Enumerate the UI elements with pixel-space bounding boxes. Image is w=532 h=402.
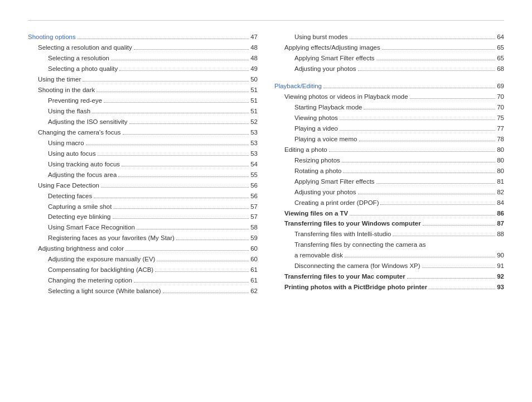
toc-dots [359, 141, 496, 141]
toc-entry-text: Playback/Editing [274, 81, 322, 92]
toc-page-num: 80 [497, 145, 504, 155]
toc-entry: Selecting a resolution and quality48 [28, 42, 258, 53]
toc-dots [92, 113, 249, 113]
toc-entry: Using burst modes64 [274, 32, 504, 42]
toc-dots [342, 162, 495, 162]
toc-page-num: 88 [497, 229, 504, 240]
toc-entry: Starting Playback mode70 [274, 102, 504, 113]
toc-entry: Shooting options47 [28, 32, 258, 42]
toc-entry: Compensating for backlighting (ACB)61 [28, 265, 258, 275]
toc-dots [104, 102, 249, 103]
toc-entry-text: Transferring files with Intelli-studio [294, 229, 391, 240]
toc-dots [119, 70, 249, 71]
toc-entry: Disconnecting the camera (for Windows XP… [274, 261, 504, 271]
toc-page-num: 64 [497, 32, 504, 42]
toc-page-num: 92 [497, 271, 504, 282]
toc-entry-text: Adjusting the exposure manually (EV) [48, 254, 155, 265]
toc-entry-text: Viewing photos or videos in Playback mod… [284, 92, 408, 102]
toc-entry-text: Adjusting your photos [294, 187, 356, 198]
toc-page-num: 75 [497, 113, 504, 123]
toc-entry: Using the flash51 [28, 106, 258, 117]
toc-entry-text: Selecting a resolution [48, 53, 109, 64]
toc-entry-text: Using the flash [48, 106, 90, 117]
toc-page-num: 53 [250, 149, 258, 159]
toc-dots [422, 267, 496, 268]
toc-dots [113, 218, 249, 219]
toc-entry: Detecting faces56 [28, 191, 258, 202]
toc-dots [155, 271, 249, 272]
toc-dots [134, 49, 249, 50]
toc-entry: Adjusting the ISO sensitivity52 [28, 117, 258, 127]
toc-entry-text: Starting Playback mode [294, 102, 362, 113]
toc-content: Shooting options47Selecting a resolution… [28, 32, 504, 296]
toc-dots [358, 70, 496, 71]
toc-dots [376, 60, 496, 60]
toc-entry: Resizing photos80 [274, 155, 504, 166]
toc-page-num: 51 [250, 95, 258, 106]
toc-entry: Shooting in the dark51 [28, 85, 258, 95]
toc-entry-text: Detecting faces [48, 191, 92, 202]
toc-entry: Transferring files by connecting the cam… [274, 240, 504, 261]
toc-entry-text: Applying Smart Filter effects [294, 176, 375, 187]
toc-entry: Rotating a photo80 [274, 166, 504, 176]
toc-dots [429, 289, 495, 289]
toc-dots [350, 215, 495, 216]
toc-entry-text: Capturing a smile shot [48, 202, 112, 212]
toc-entry-text: Detecting eye blinking [48, 212, 111, 222]
toc-entry-text: Shooting in the dark [38, 85, 95, 95]
toc-page-num: 84 [497, 198, 504, 208]
toc-entry: Using tracking auto focus54 [28, 159, 258, 170]
toc-entry: Applying Smart Filter effects81 [274, 176, 504, 187]
toc-dots [113, 208, 249, 209]
left-column: Shooting options47Selecting a resolution… [28, 32, 258, 296]
toc-entry-text: Adjusting the focus area [48, 170, 117, 180]
toc-page-num: 86 [497, 208, 504, 219]
toc-page-num: 55 [250, 170, 258, 180]
toc-entry-text: Shooting options [28, 32, 76, 42]
toc-entry: Adjusting your photos68 [274, 64, 504, 74]
toc-page-num: 65 [497, 53, 504, 64]
toc-dots [407, 278, 496, 279]
toc-dots [329, 151, 495, 152]
toc-entry: Playing a video77 [274, 123, 504, 134]
toc-page-num: 47 [250, 32, 258, 42]
toc-page-num: 60 [250, 254, 258, 265]
toc-dots [125, 250, 249, 251]
toc-page-num: 78 [497, 134, 504, 145]
toc-dots [94, 198, 249, 198]
toc-entry-text: Registering faces as your favorites (My … [48, 233, 175, 243]
toc-dots [358, 194, 496, 194]
toc-page-num: 51 [250, 85, 258, 95]
toc-entry-text: Adjusting the ISO sensitivity [48, 117, 128, 127]
toc-entry-text: Using burst modes [294, 32, 348, 42]
toc-entry-text: Using tracking auto focus [48, 159, 120, 170]
toc-dots [380, 204, 495, 205]
toc-entry: Using auto focus53 [28, 149, 258, 159]
toc-page-num: 69 [497, 81, 504, 92]
toc-entry-text: Selecting a light source (White balance) [48, 286, 161, 296]
toc-entry-text: Changing the camera's focus [38, 127, 121, 138]
toc-entry-text: Using Face Detection [38, 180, 99, 191]
toc-entry: Adjusting the exposure manually (EV)60 [28, 254, 258, 265]
toc-entry-text: Disconnecting the camera (for Windows XP… [294, 261, 420, 271]
toc-entry-text: Creating a print order (DPOF) [294, 198, 379, 208]
right-column: Using burst modes64Applying effects/Adju… [274, 32, 504, 296]
toc-page-num: 62 [250, 286, 258, 296]
toc-entry: Transferring files to your Mac computer9… [274, 271, 504, 282]
toc-entry-text: Applying effects/Adjusting images [284, 42, 380, 53]
toc-entry-text: Changing the metering option [48, 275, 132, 286]
toc-dots [101, 187, 249, 188]
toc-entry: Creating a print order (DPOF)84 [274, 198, 504, 208]
toc-entry: Adjusting brightness and color60 [28, 243, 258, 254]
toc-entry-text: Selecting a photo quality [48, 64, 118, 74]
toc-entry: Selecting a resolution48 [28, 53, 258, 64]
toc-dots [364, 109, 495, 109]
toc-page-num: 60 [250, 243, 258, 254]
toc-dots [376, 183, 496, 184]
toc-dots [137, 229, 249, 229]
toc-dots [157, 261, 249, 261]
toc-page-num: 49 [250, 64, 258, 74]
toc-entry: Using Face Detection56 [28, 180, 258, 191]
toc-page-num: 56 [250, 191, 258, 202]
toc-dots [134, 282, 249, 283]
